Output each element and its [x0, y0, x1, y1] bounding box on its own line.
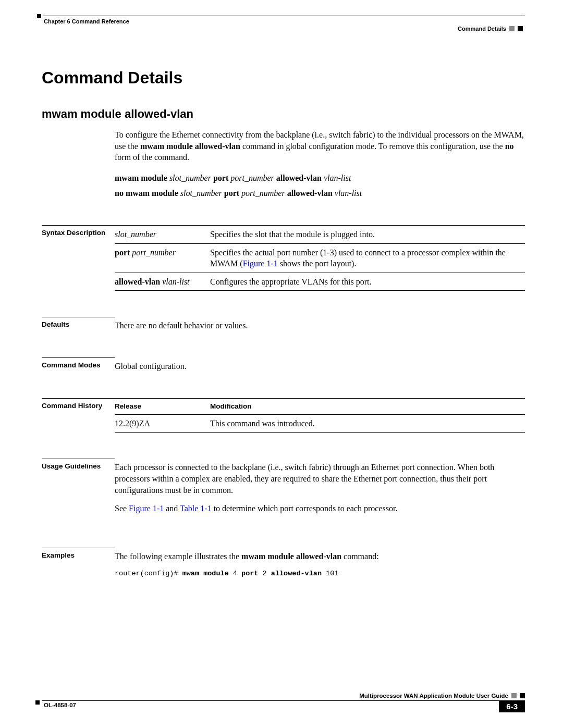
section-usage-guidelines: Usage Guidelines Each processor is conne…	[42, 459, 525, 521]
syntax-line-2: no mwam module slot_number port port_num…	[115, 188, 525, 199]
section-label: Usage Guidelines	[42, 459, 115, 470]
header-marker-icon	[518, 26, 523, 31]
section-label: Defaults	[42, 317, 115, 328]
table-row: 12.2(9)ZA This command was introduced.	[115, 414, 525, 433]
footer-guide-title: Multiprocessor WAN Application Module Us…	[359, 693, 508, 699]
defaults-text: There are no default behavior or values.	[115, 317, 525, 331]
table-row: port port_number Specifies the actual po…	[115, 243, 525, 273]
col-release: Release	[115, 398, 210, 414]
example-code: router(config)# mwam module 4 port 2 all…	[115, 569, 525, 578]
section-command-modes: Command Modes Global configuration.	[42, 357, 525, 372]
modes-text: Global configuration.	[115, 357, 525, 372]
command-heading: mwam module allowed-vlan	[42, 107, 525, 121]
col-modification: Modification	[210, 398, 525, 414]
footer-marker-icon	[511, 693, 517, 698]
footer-page-number: 6-3	[499, 700, 525, 712]
syntax-line-1: mwam module slot_number port port_number…	[115, 172, 525, 184]
page-header: Chapter 6 Command Reference Command Deta…	[42, 16, 525, 32]
table-row: allowed-vlan vlan-list Configures the ap…	[115, 273, 525, 291]
page-footer: Multiprocessor WAN Application Module Us…	[42, 693, 525, 712]
example-intro: The following example illustrates the mw…	[115, 551, 525, 562]
figure-link[interactable]: Figure 1-1	[129, 504, 164, 513]
footer-doc-id: OL-4858-07	[42, 702, 76, 708]
usage-paragraph: Each processor is connected to the backp…	[115, 462, 525, 496]
usage-paragraph: See Figure 1-1 and Table 1-1 to determin…	[115, 503, 525, 514]
figure-link[interactable]: Figure 1-1	[243, 259, 278, 268]
section-examples: Examples The following example illustrat…	[42, 548, 525, 579]
section-label: Syntax Description	[42, 225, 115, 237]
section-label: Examples	[42, 548, 115, 559]
table-link[interactable]: Table 1-1	[180, 504, 212, 513]
section-label: Command Modes	[42, 357, 115, 369]
header-chapter: Chapter 6 Command Reference	[42, 18, 525, 24]
document-page: Chapter 6 Command Reference Command Deta…	[0, 0, 563, 728]
page-title: Command Details	[42, 68, 525, 88]
footer-marker-icon	[520, 693, 525, 698]
history-table: Release Modification 12.2(9)ZA This comm…	[115, 398, 525, 433]
header-section: Command Details	[458, 26, 506, 32]
section-syntax-description: Syntax Description slot_number Specifies…	[42, 225, 525, 291]
section-command-history: Command History Release Modification 12.…	[42, 398, 525, 433]
section-defaults: Defaults There are no default behavior o…	[42, 317, 525, 331]
intro-paragraph: To configure the Ethernet connectivity f…	[115, 129, 525, 163]
syntax-table: slot_number Specifies the slot that the …	[115, 225, 525, 291]
section-label: Command History	[42, 398, 115, 410]
table-row: slot_number Specifies the slot that the …	[115, 225, 525, 243]
header-marker-icon	[509, 26, 515, 31]
